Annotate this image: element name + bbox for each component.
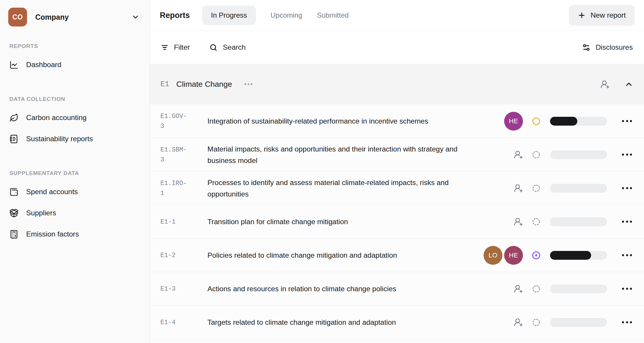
status-button[interactable]	[531, 183, 542, 194]
assignees	[478, 184, 523, 193]
disclosures-label: Disclosures	[596, 43, 633, 51]
assignees	[478, 217, 523, 226]
user-plus-icon	[514, 284, 523, 293]
disclosure-row-e1-3[interactable]: E1-3Actions and resources in relation to…	[150, 272, 644, 306]
search-label: Search	[223, 43, 246, 51]
user-plus-icon	[514, 150, 523, 159]
new-report-button[interactable]: New report	[569, 5, 635, 26]
package-icon	[9, 209, 19, 218]
row-more-button[interactable]	[620, 285, 633, 293]
section-code: E1	[160, 80, 169, 89]
avatar-he[interactable]: HE	[504, 112, 523, 131]
sidebar-item-suppliers[interactable]: Suppliers	[0, 202, 150, 224]
search-icon	[209, 43, 218, 52]
calculator-icon	[9, 230, 19, 239]
progress-bar	[550, 251, 607, 260]
row-more-button[interactable]	[620, 151, 633, 159]
row-more-button[interactable]	[620, 251, 633, 259]
company-selector[interactable]: CO Company	[8, 8, 144, 26]
assign-user-button[interactable]	[514, 217, 523, 226]
disclosure-code: E1.GOV-3	[160, 111, 189, 131]
sidebar-item-label: Sustainability reports	[26, 135, 93, 143]
sidebar-item-emission-factors[interactable]: Emission factors	[0, 224, 150, 245]
row-more-button[interactable]	[620, 218, 633, 226]
page-title: Reports	[160, 11, 190, 20]
progress-fill	[550, 251, 591, 260]
search-button[interactable]: Search	[209, 43, 246, 52]
disclosure-code: E1-4	[160, 317, 189, 327]
assignees	[478, 284, 523, 293]
filter-lines-icon	[160, 43, 169, 52]
progress-bar	[550, 318, 607, 327]
disclosure-rows: E1.GOV-3Integration of sustainability-re…	[150, 104, 644, 339]
assign-user-button[interactable]	[514, 150, 523, 159]
app-window: CO Company REPORTSDashboardDATA COLLECTI…	[0, 0, 644, 343]
status-button[interactable]	[531, 149, 542, 160]
row-more-button[interactable]	[620, 184, 633, 192]
disclosure-row-e1-1[interactable]: E1-1Transition plan for climate change m…	[150, 205, 644, 239]
sidebar-section-label: SUPPLEMENTARY DATA	[9, 170, 150, 177]
disclosures-button[interactable]: Disclosures	[582, 43, 633, 52]
row-more-button[interactable]	[620, 318, 633, 326]
section-assign-user-button[interactable]	[601, 80, 610, 89]
status-empty-icon	[531, 149, 542, 160]
notebook-icon	[9, 134, 19, 144]
main-content: Reports In Progress Upcoming Submitted N…	[150, 0, 644, 343]
assign-user-button[interactable]	[514, 184, 523, 193]
avatar-he[interactable]: HE	[504, 246, 523, 265]
new-report-label: New report	[591, 11, 626, 19]
sliders-icon	[582, 43, 591, 52]
company-logo: CO	[8, 8, 27, 26]
status-button[interactable]	[531, 116, 542, 127]
disclosure-title: Targets related to climate change mitiga…	[207, 317, 459, 328]
status-button[interactable]	[531, 216, 542, 227]
sidebar-item-spend-accounts[interactable]: Spend accounts	[0, 181, 150, 202]
disclosure-row-e1-4[interactable]: E1-4Targets related to climate change mi…	[150, 306, 644, 339]
sidebar-item-dashboard[interactable]: Dashboard	[0, 54, 150, 75]
avatar-lo[interactable]: LO	[484, 246, 502, 265]
next-row-partial	[150, 339, 644, 343]
company-name: Company	[35, 13, 69, 21]
section-collapse-button[interactable]	[624, 80, 633, 89]
row-more-button[interactable]	[620, 117, 633, 125]
disclosure-row-e1-2[interactable]: E1-2Policies related to climate change m…	[150, 239, 644, 272]
tab-submitted[interactable]: Submitted	[317, 11, 349, 19]
user-plus-icon	[514, 217, 523, 226]
sidebar-section-label: DATA COLLECTION	[9, 96, 150, 102]
progress-bar	[550, 117, 607, 126]
sidebar: CO Company REPORTSDashboardDATA COLLECTI…	[0, 0, 150, 343]
disclosure-row-e1.iro-1[interactable]: E1.IRO-1Processes to identify and assess…	[150, 172, 644, 205]
disclosure-title: Material impacts, risks and opportunitie…	[207, 143, 459, 166]
section-more-button[interactable]	[243, 81, 254, 87]
disclosure-row-e1.gov-3[interactable]: E1.GOV-3Integration of sustainability-re…	[150, 104, 644, 138]
status-button[interactable]	[531, 250, 542, 261]
assignees: HE	[478, 112, 523, 131]
disclosure-title: Actions and resources in relation to cli…	[207, 283, 459, 294]
tab-upcoming[interactable]: Upcoming	[271, 11, 302, 19]
sidebar-item-label: Suppliers	[26, 209, 56, 217]
user-plus-icon	[514, 318, 523, 327]
assignees: LOHE	[478, 246, 523, 265]
status-open-icon	[531, 116, 542, 127]
sidebar-item-carbon-accounting[interactable]: Carbon accounting	[0, 107, 150, 128]
sidebar-item-sustainability-reports[interactable]: Sustainability reports	[0, 128, 150, 149]
tab-in-progress[interactable]: In Progress	[202, 6, 256, 25]
disclosure-title: Processes to identify and assess materia…	[207, 177, 459, 200]
chevron-down-icon	[131, 13, 140, 21]
disclosure-title: Policies related to climate change mitig…	[207, 249, 459, 261]
status-empty-icon	[531, 283, 542, 294]
status-button[interactable]	[531, 317, 542, 328]
topbar: Reports In Progress Upcoming Submitted N…	[150, 0, 644, 31]
disclosure-code: E1-2	[160, 250, 189, 260]
assignees	[478, 150, 523, 159]
status-button[interactable]	[531, 283, 542, 294]
filter-button[interactable]: Filter	[160, 43, 190, 52]
sidebar-section-label: REPORTS	[9, 43, 150, 49]
disclosure-code: E1-1	[160, 217, 189, 227]
disclosure-row-e1.sbm-3[interactable]: E1.SBM-3Material impacts, risks and oppo…	[150, 138, 644, 172]
disclosure-title: Integration of sustainability-related pe…	[207, 115, 459, 127]
assign-user-button[interactable]	[514, 284, 523, 293]
filter-label: Filter	[174, 43, 190, 51]
assign-user-button[interactable]	[514, 318, 523, 327]
disclosure-title: Transition plan for climate change mitig…	[207, 216, 459, 227]
